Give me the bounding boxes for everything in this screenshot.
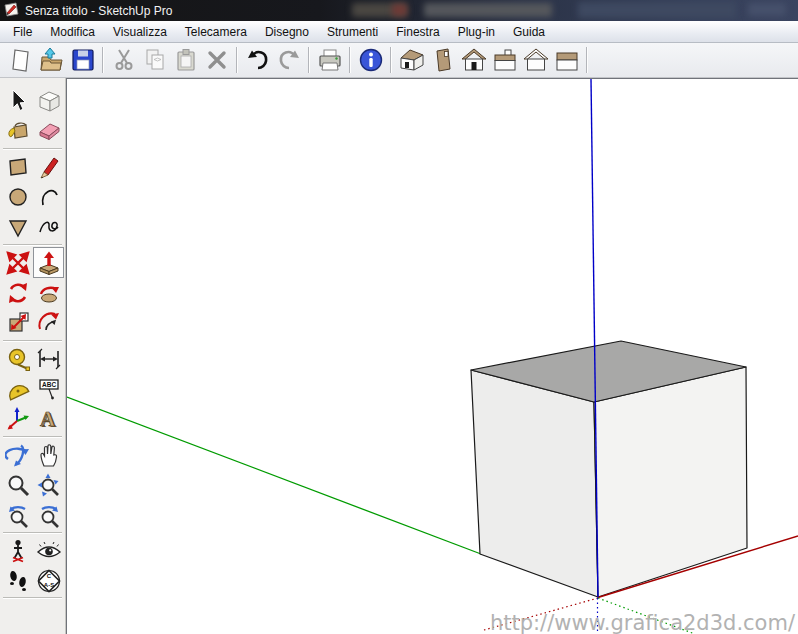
eraser-icon	[36, 118, 62, 144]
make-component-tool-button[interactable]	[34, 86, 63, 115]
polygon-tool-button[interactable]	[3, 212, 32, 241]
view-iso-button[interactable]	[396, 45, 427, 76]
offset-icon	[36, 310, 62, 336]
model-info-icon	[357, 46, 385, 74]
palette-separator	[3, 148, 62, 150]
drawing-canvas[interactable]: http://www.grafica2d3d.com/	[66, 78, 798, 634]
view-front-icon	[460, 46, 488, 74]
text-tool-button[interactable]: ABC	[34, 374, 63, 403]
paste-icon	[172, 46, 200, 74]
menu-visualizza[interactable]: Visualizza	[104, 22, 176, 42]
scale-tool-button[interactable]	[3, 308, 32, 337]
palette-separator	[3, 436, 62, 438]
rectangle-tool-button[interactable]	[3, 152, 32, 181]
move-icon	[5, 250, 31, 276]
title-bar[interactable]: Senza titolo - SketchUp Pro	[0, 0, 798, 21]
toolbar-separator	[236, 47, 238, 73]
make-component-icon	[36, 88, 62, 114]
pan-icon	[36, 442, 62, 468]
orbit-icon	[5, 442, 31, 468]
cube-left-face[interactable]	[471, 370, 598, 597]
delete-button[interactable]	[201, 45, 232, 76]
walk-icon	[5, 568, 31, 594]
view-front-button[interactable]	[458, 45, 489, 76]
freehand-tool-button[interactable]	[34, 212, 63, 241]
print-button[interactable]	[314, 45, 345, 76]
save-icon	[69, 46, 97, 74]
pan-tool-button[interactable]	[34, 440, 63, 469]
follow-me-tool-button[interactable]	[34, 278, 63, 307]
position-camera-icon	[5, 538, 31, 564]
new-document-button[interactable]	[5, 45, 36, 76]
menu-plugin[interactable]: Plug-in	[449, 22, 504, 42]
push-pull-tool-button[interactable]	[33, 247, 64, 278]
section-plane-tool-button[interactable]: C A-S	[34, 566, 63, 595]
view-left-icon	[553, 46, 581, 74]
menu-disegno[interactable]: Disegno	[256, 22, 318, 42]
zoom-icon	[5, 472, 31, 498]
cube[interactable]	[471, 341, 747, 597]
menu-guida[interactable]: Guida	[504, 22, 554, 42]
select-tool-button[interactable]	[3, 86, 32, 115]
menu-file[interactable]: File	[4, 22, 41, 42]
model-info-button[interactable]	[355, 45, 386, 76]
axes-tool-button[interactable]	[3, 404, 32, 433]
select-icon	[5, 88, 31, 114]
toolbar-separator	[586, 47, 588, 73]
eraser-tool-button[interactable]	[34, 116, 63, 145]
open-button[interactable]	[36, 45, 67, 76]
save-button[interactable]	[67, 45, 98, 76]
zoom-next-tool-button[interactable]	[34, 500, 63, 529]
zoom-previous-tool-button[interactable]	[3, 500, 32, 529]
3d-text-icon: A A	[36, 406, 62, 432]
menu-strumenti[interactable]: Strumenti	[318, 22, 387, 42]
view-top-icon	[429, 46, 457, 74]
copy-icon	[141, 46, 169, 74]
protractor-tool-button[interactable]	[3, 374, 32, 403]
arc-tool-button[interactable]	[34, 182, 63, 211]
position-camera-tool-button[interactable]	[3, 536, 32, 565]
window-title: Senza titolo - SketchUp Pro	[25, 4, 172, 18]
3d-text-tool-button[interactable]: A A	[34, 404, 63, 433]
menu-finestra[interactable]: Finestra	[387, 22, 448, 42]
follow-me-icon	[36, 280, 62, 306]
view-left-button[interactable]	[551, 45, 582, 76]
view-back-button[interactable]	[520, 45, 551, 76]
menu-telecamera[interactable]: Telecamera	[176, 22, 256, 42]
redo-button[interactable]	[273, 45, 304, 76]
view-right-button[interactable]	[489, 45, 520, 76]
view-top-button[interactable]	[427, 45, 458, 76]
rotate-tool-button[interactable]	[3, 278, 32, 307]
line-tool-button[interactable]	[34, 152, 63, 181]
cut-button[interactable]	[108, 45, 139, 76]
view-back-icon	[522, 46, 550, 74]
dimension-tool-button[interactable]	[34, 344, 63, 373]
orbit-tool-button[interactable]	[3, 440, 32, 469]
cube-right-face[interactable]	[594, 367, 747, 597]
rectangle-icon	[5, 154, 31, 180]
circle-icon	[5, 184, 31, 210]
svg-text:A: A	[40, 407, 56, 431]
zoom-next-icon	[36, 502, 62, 528]
walk-tool-button[interactable]	[3, 566, 32, 595]
paste-button[interactable]	[170, 45, 201, 76]
menu-modifica[interactable]: Modifica	[41, 22, 104, 42]
tape-measure-tool-button[interactable]	[3, 344, 32, 373]
move-tool-button[interactable]	[3, 248, 32, 277]
look-around-icon	[36, 538, 62, 564]
toolbar-separator	[102, 47, 104, 73]
print-icon	[316, 46, 344, 74]
zoom-tool-button[interactable]	[3, 470, 32, 499]
look-around-tool-button[interactable]	[34, 536, 63, 565]
paint-bucket-tool-button[interactable]	[3, 116, 32, 145]
sketchup-app-icon	[4, 2, 19, 21]
zoom-previous-icon	[5, 502, 31, 528]
zoom-extents-tool-button[interactable]	[34, 470, 63, 499]
undo-button[interactable]	[242, 45, 273, 76]
circle-tool-button[interactable]	[3, 182, 32, 211]
view-iso-icon	[398, 46, 426, 74]
push-pull-icon	[36, 250, 62, 276]
cut-icon	[110, 46, 138, 74]
offset-tool-button[interactable]	[34, 308, 63, 337]
copy-button[interactable]	[139, 45, 170, 76]
